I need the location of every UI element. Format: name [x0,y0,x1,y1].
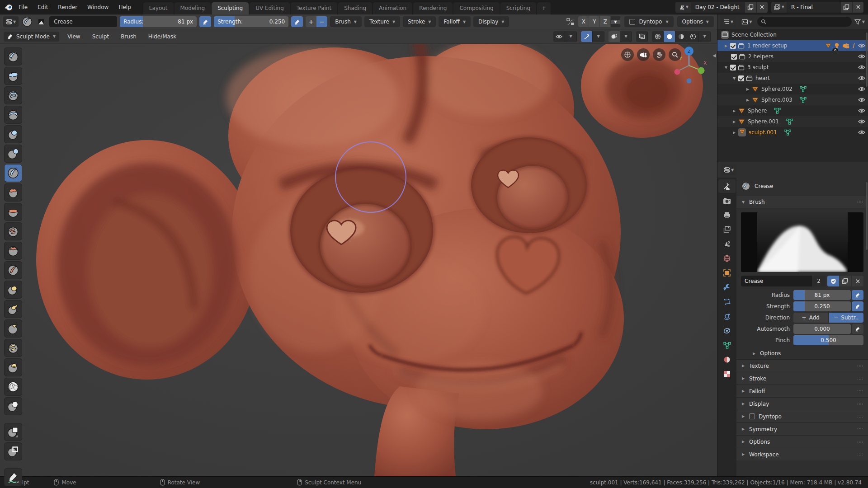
outliner-row-sphere-002[interactable]: ▶ Sphere.002 [717,84,868,94]
outliner-row-scene-collection[interactable]: Scene Collection [717,29,868,40]
tab-object-data[interactable] [718,338,736,352]
collection-checkbox[interactable] [731,54,737,60]
panel-workspace[interactable]: ▶Workspace∷∷ [736,448,868,460]
panel-options[interactable]: ▶Options∷∷ [736,435,868,448]
duplicate-brush-button[interactable] [839,276,851,286]
tool-layer[interactable] [4,106,22,124]
brush-menu-vp[interactable]: Brush [117,32,140,42]
tab-animation[interactable]: Animation [373,2,412,14]
scene-name[interactable]: Day 02 - Delight [691,4,745,10]
tab-object[interactable] [718,266,736,280]
outliner-row-helpers[interactable]: 2 helpers [717,51,868,62]
tab-constraints[interactable] [718,324,736,338]
radius-slider[interactable]: Radius: 81 px [120,16,197,27]
camera-view-button[interactable] [637,48,650,61]
mode-selector[interactable]: Sculpt Mode▼ [4,32,59,42]
3d-viewport[interactable]: Z Y X Sculpt Mode▼ View Sculpt Brush Hid… [0,29,717,476]
panel-stroke[interactable]: ▶Stroke∷∷ [736,372,868,385]
tab-layout[interactable]: Layout [143,2,174,14]
tool-clay[interactable] [4,67,22,85]
sculpt-canvas[interactable]: Z Y X [0,29,717,476]
dyntopo-toggle[interactable]: Dyntopo▼ [624,16,673,27]
strength-slider[interactable]: Strength: 0.250 [214,16,288,27]
panel-dyntopo[interactable]: ▶ Dyntopo∷∷ [736,410,868,422]
tool-box-hide[interactable] [4,442,22,460]
hide-eye-toggle[interactable] [858,54,865,59]
shading-solid-button[interactable] [664,31,675,42]
props-autosmooth-slider[interactable]: 0.000 [793,324,851,334]
tool-inflate[interactable] [4,125,22,143]
scene-copy-button[interactable] [745,2,756,13]
tab-uv-editing[interactable]: UV Editing [250,2,290,14]
pan-view-button[interactable] [653,48,665,61]
collection-checkbox[interactable] [730,65,736,70]
hide-eye-toggle[interactable] [858,108,865,113]
shading-material-button[interactable] [675,31,687,42]
hide-eye-toggle[interactable] [858,86,865,92]
stroke-menu[interactable]: Stroke▼ [403,16,436,27]
zoom-view-button[interactable] [669,48,681,61]
tool-annotate[interactable] [4,468,22,486]
direction-add-toggle[interactable]: + [306,16,316,27]
outliner-scrollbar[interactable] [866,33,868,87]
brush-name-input[interactable]: Crease [741,276,812,286]
view-layer-remove-button[interactable] [853,2,863,13]
expand-caret[interactable]: ▶ [732,109,736,113]
menu-help[interactable]: Help [113,0,136,14]
outliner-row-sphere-001[interactable]: ▶ Sphere.001 [717,116,868,127]
panel-symmetry[interactable]: ▶Symmetry∷∷ [736,422,868,435]
symmetry-dropdown[interactable]: ▼ [611,16,621,27]
panel-texture[interactable]: ▶Texture∷∷ [736,359,868,372]
outliner-row-sculpt-collection[interactable]: ▼ 3 sculpt [717,62,868,73]
tool-snake-hook[interactable] [4,300,22,318]
tab-shading[interactable]: Shading [338,2,372,14]
texture-menu[interactable]: Texture▼ [364,16,400,27]
view-layer-icon[interactable]: ▼ [771,2,787,13]
panel-display[interactable]: ▶Display∷∷ [736,397,868,410]
direction-subtract-button[interactable]: − Subtr.. [829,313,864,323]
direction-add-button[interactable]: + Add [793,313,828,323]
gizmos-toggle[interactable] [581,31,593,42]
tab-physics[interactable] [718,310,736,323]
unlink-brush-button[interactable] [852,276,863,286]
props-radius-pressure-toggle[interactable] [852,290,863,300]
tool-blob[interactable] [4,145,22,163]
scene-unlink-button[interactable] [757,2,768,13]
dyntopo-checkbox[interactable] [629,19,635,25]
tab-world[interactable] [718,252,736,265]
tab-scripting[interactable]: Scripting [500,2,536,14]
outliner-row-sphere-003[interactable]: ▶ Sphere.003 [717,94,868,105]
editor-type-button[interactable]: ▼ [3,16,19,27]
outliner-filter-button[interactable]: ▼ [854,19,865,25]
properties-scrollbar[interactable] [866,182,868,250]
gizmo-toggle-group[interactable]: ▼ [581,31,604,42]
expand-caret[interactable]: ▶ [745,98,750,102]
tab-texture-paint[interactable]: Texture Paint [291,2,337,14]
overlays-toggle-group[interactable]: ▼ [609,31,632,42]
fake-user-shield-button[interactable] [827,276,839,286]
tool-nudge[interactable] [4,339,22,357]
expand-caret[interactable]: ▶ [745,87,750,91]
hide-eye-toggle[interactable] [858,75,865,81]
tool-crease[interactable] [4,164,22,182]
shading-dropdown[interactable]: ▼ [699,31,711,42]
sculpt-menu[interactable]: Sculpt [89,32,113,42]
sidebar-collapse-arrow[interactable]: ◀ [712,53,716,58]
properties-editor-type-button[interactable]: ▼ [721,164,736,175]
view-layer-name[interactable]: R - Final [787,4,841,10]
direction-subtract-toggle[interactable]: − [316,16,327,27]
tool-grab[interactable] [4,281,22,299]
brush-preview-image[interactable] [741,212,863,272]
symmetry-y-toggle[interactable]: Y [589,16,600,27]
brush-datablock-icon[interactable] [36,16,47,27]
tab-compositing[interactable]: Compositing [453,2,499,14]
dyntopo-panel-checkbox[interactable] [749,413,755,419]
expand-caret[interactable]: ▼ [732,76,736,80]
menu-edit[interactable]: Edit [33,0,53,14]
props-autosmooth-pressure-toggle[interactable] [852,324,863,334]
tool-clay-strips[interactable] [4,86,22,104]
brush-panel-header[interactable]: ▼ Brush ∷∷ [736,196,868,208]
outliner-row-sculpt-001[interactable]: ▶ sculpt.001 [717,127,868,138]
active-brush-icon[interactable] [21,16,33,28]
add-workspace-button[interactable]: + [537,2,551,14]
